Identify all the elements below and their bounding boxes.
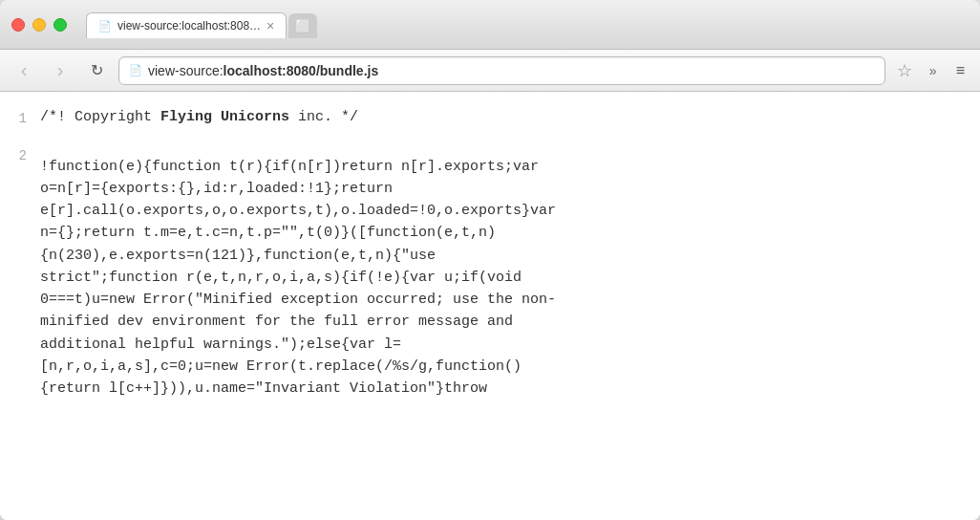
line-number-1: 1	[0, 92, 40, 135]
nav-bar: ‹ › ↻ 📄 view-source:localhost:8080/bundl…	[0, 50, 980, 92]
address-scheme: view-source:	[148, 63, 224, 78]
menu-button[interactable]: ≡	[950, 58, 970, 83]
tab-close-button[interactable]: ×	[266, 19, 274, 32]
menu-icon: ≡	[956, 62, 965, 78]
browser-window: 📄 view-source:localhost:808… × ⬜ ‹ › ↻ 📄…	[0, 0, 980, 520]
reload-icon: ↻	[91, 61, 103, 79]
address-bar[interactable]: 📄 view-source:localhost:8080/bundle.js	[118, 56, 885, 85]
tab-label: view-source:localhost:808…	[117, 19, 261, 32]
title-bar: 📄 view-source:localhost:808… × ⬜	[0, 0, 980, 50]
back-button[interactable]: ‹	[10, 56, 38, 85]
minimize-button[interactable]	[32, 18, 46, 32]
source-content: 1 2 /*! Copyright Flying Unicorns inc. *…	[0, 92, 980, 520]
active-tab[interactable]: 📄 view-source:localhost:808… ×	[86, 12, 287, 38]
address-host: localhost	[224, 63, 282, 78]
forward-button[interactable]: ›	[46, 56, 75, 85]
address-text: view-source:localhost:8080/bundle.js	[148, 63, 378, 78]
extensions-icon: »	[929, 63, 937, 78]
bookmark-button[interactable]: ☆	[893, 56, 916, 85]
new-tab-button[interactable]: ⬜	[288, 13, 317, 38]
code-col: /*! Copyright Flying Unicorns inc. */ !f…	[40, 92, 980, 520]
star-icon: ☆	[897, 61, 912, 80]
maximize-button[interactable]	[53, 18, 67, 32]
source-view: 1 2 /*! Copyright Flying Unicorns inc. *…	[0, 92, 980, 520]
traffic-lights	[11, 18, 67, 32]
tab-page-icon: 📄	[98, 20, 112, 32]
tab-bar: 📄 view-source:localhost:808… × ⬜	[86, 11, 969, 37]
address-page-icon: 📄	[129, 64, 142, 76]
reload-button[interactable]: ↻	[82, 56, 111, 85]
extensions-button[interactable]: »	[924, 59, 943, 82]
line-numbers-col: 1 2	[0, 92, 40, 520]
forward-icon: ›	[57, 59, 64, 81]
new-tab-icon: ⬜	[295, 19, 310, 33]
back-icon: ‹	[21, 59, 28, 81]
close-button[interactable]	[11, 18, 25, 32]
code-comment-text: /*! Copyright Flying Unicorns inc. */	[40, 99, 980, 139]
code-line-2: !function(e){function t(r){if(n[r])retur…	[40, 148, 980, 401]
address-path: /bundle.js	[316, 63, 378, 78]
address-port: :8080	[282, 63, 316, 78]
code-line-1: /*! Copyright Flying Unicorns inc. */	[40, 92, 980, 148]
line-number-2: 2	[0, 135, 40, 167]
